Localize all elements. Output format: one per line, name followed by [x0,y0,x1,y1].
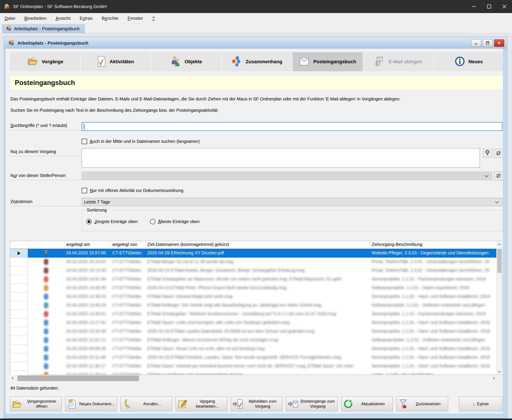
cell-dateinamen: 2025-04-24 ETMail Anette, Berger, Gesetz… [146,266,370,275]
menu-bearbeiten[interactable]: Bearbeiten [20,16,51,21]
cell-angelegt-von: CT-ETT\Stefan [111,301,146,310]
menu-datei[interactable]: Datei [0,16,20,21]
child-minimize-icon[interactable] [471,39,481,47]
child-maximize-icon[interactable] [483,39,493,47]
table-row[interactable]: 24.04.2025 13:17:41 CT-ETT\Stefan ETMail… [10,318,497,327]
radio-unselected-icon[interactable] [150,219,155,224]
row-selector-cell[interactable] [10,275,28,284]
vorgang-bearbeiten-button[interactable]: Vorgang bearbeiten... [176,397,227,411]
column-header-selector[interactable] [10,241,28,249]
tab-objekte[interactable]: Objekte [151,52,222,71]
folder-open-icon [10,400,24,408]
table-row-selected[interactable]: 29.04.2025 15:57:00 CT-ETT\Stefan 2025-0… [10,249,497,258]
table-row[interactable]: 24.04.2025 14:51:36 CT-ETT\Stefan ETMail… [10,275,497,284]
tab-posteingangsbuch[interactable]: Posteingangsbuch [292,52,363,71]
vorgang-lookup-button[interactable] [483,149,492,158]
menu-extras[interactable]: Extras [75,16,97,21]
menu-fenster[interactable]: Fenster [123,16,148,21]
row-type-icon [44,372,48,375]
horizontal-scroll-thumb[interactable] [17,375,139,381]
column-header-angelegt-am[interactable]: angelegt am [64,241,111,249]
column-header-beschreibung[interactable]: Zielvorgang-Beschreibung [370,241,497,249]
row-selector-cell[interactable] [10,258,28,266]
vertical-scrollbar[interactable] [496,241,502,375]
child-window-title: Arbeitsplatz - Posteingangsbuch [17,40,89,46]
scroll-left-icon[interactable] [10,375,16,382]
scroll-down-icon[interactable] [497,368,502,375]
row-selector-cell[interactable] [10,301,28,310]
tab-aktivitaeten[interactable]: Aktivitäten [81,52,151,71]
table-row[interactable]: 24.04.2025 14:36:24 CT-ETT\Stefan ETMail… [10,292,497,301]
row-selector-cell[interactable] [10,327,28,336]
vorgang-clear-button[interactable]: Ø [494,149,503,158]
document-tab-arbeitsplatz[interactable]: Arbeitsplatz - Posteingangsbuch [2,24,85,33]
tab-vorgaenge[interactable]: Vorgänge [10,52,81,71]
radio-selected-icon[interactable] [86,219,92,224]
horizontal-scrollbar[interactable] [10,375,497,382]
zeitrahmen-combobox[interactable]: Letzte 7 Tage [82,198,502,206]
posteingaenge-zum-vorgang-button[interactable]: Posteingänge zum Vorgang [286,397,338,411]
extras-button[interactable]: ↓ Extras [459,397,502,411]
button-label: Extras [475,402,489,406]
row-selector-cell[interactable] [10,292,28,301]
tab-neues[interactable]: Neues [434,52,503,71]
tab-zusammenhang[interactable]: Zusammenhang [222,52,292,71]
row-selector-cell[interactable] [10,345,28,353]
column-header-angelegt-von[interactable]: angelegt von [111,241,146,249]
neues-dokument-button[interactable]: Neues Dokument... [65,397,117,411]
checkbox-offene-aktivitaet[interactable] [82,188,87,193]
close-icon[interactable] [497,0,512,13]
child-close-icon[interactable] [494,39,504,47]
aktualisieren-button[interactable]: Aktualisieren [341,397,393,411]
row-icon-cell [28,258,64,266]
table-row[interactable]: 24.04.2025 09:59:35 CT-ETT\Stefan ETMail… [10,345,497,353]
aktivitaeten-zum-vorgang-button[interactable]: Aktivitäten zum Vorgang [231,397,282,411]
cell-angelegt-am: 24.04.2025 13:46:29 [64,301,111,310]
table-row[interactable]: 24.04.2025 13:20:01 CT-ETT\Stefan ETMail… [10,310,497,318]
row-selector-cell[interactable] [10,284,28,292]
table-row[interactable]: 24.04.2025 15:13:45 CT-ETT\Stefan 2025-0… [10,266,497,275]
radio-aelteste[interactable]: Älteste Einträge oben [150,219,200,224]
menu-hilfe[interactable]: ? [148,16,159,21]
menu-ansicht[interactable]: Ansicht [51,16,75,21]
row-selector-cell[interactable] [10,266,28,275]
scroll-right-icon[interactable] [490,375,497,382]
row-selector-cell[interactable] [10,318,28,327]
column-header-icon[interactable] [28,241,64,249]
column-header-dateinamen[interactable]: Ziel-Dateinamen (kommagetrennt) gekürzt [146,241,370,249]
text-caret [84,124,84,130]
anrufen-button[interactable]: Anrufen... [120,397,172,411]
table-row[interactable]: 23.04.2025 11:28:14 CT-ETT\Stefan ETMail… [10,371,497,375]
table-row[interactable]: 23.04.2025 22:11:48 CT-ETT\Stefan 2025-0… [10,353,497,362]
maximize-icon[interactable] [482,0,497,13]
child-window: Arbeitsplatz - Posteingangsbuch Vorgänge… [4,37,507,418]
table-row[interactable]: 24.04.2025 13:16:48 CT-ETT\Stefan 2025-0… [10,327,497,336]
table-row[interactable]: 24.04.2025 13:46:29 CT-ETT\Stefan ETMail… [10,301,497,310]
vertical-scroll-thumb[interactable] [497,249,502,273]
stelle-combobox[interactable] [82,172,492,180]
row-selector-cell[interactable] [10,249,28,258]
radio-juengste[interactable]: Jüngste Einträge oben [86,219,138,224]
zuruecksetzen-button[interactable]: Zurücksetzen [396,397,448,411]
table-row[interactable]: 24.04.2025 11:52:14 CT-ETT\Stefan ETMail… [10,336,497,345]
vorgang-filter-box[interactable] [82,148,480,167]
new-document-icon [65,399,79,409]
scroll-up-icon[interactable] [497,241,502,248]
stelle-clear-button[interactable]: Ø [494,171,503,180]
row-selector-cell[interactable] [10,336,28,345]
table-row[interactable]: 23.04.2025 11:36:17 CT-ETT\Stefan ETMail… [10,362,497,371]
row-selector-cell[interactable] [10,310,28,318]
cell-angelegt-am: 23.04.2025 22:11:48 [64,353,111,362]
row-selector-cell[interactable] [10,362,28,371]
child-titlebar[interactable]: Arbeitsplatz - Posteingangsbuch [4,38,507,49]
minimize-icon[interactable] [466,0,482,13]
menu-berichte[interactable]: Berichte [97,16,123,21]
checkbox-search-middle[interactable] [82,139,87,144]
row-selector-cell[interactable] [10,371,28,375]
search-input[interactable] [82,122,502,131]
row-icon-cell [28,292,64,301]
vorgangsordner-oeffnen-button[interactable]: Vorgangsordner öffnen [10,397,62,411]
table-row[interactable]: 24.04.2025 15:14:02 CT-ETT\Stefan ETMail… [10,258,497,266]
row-selector-cell[interactable] [10,353,28,362]
table-row[interactable]: 24.04.2025 14:48:35 CT-ETT\Stefan 2025-0… [10,284,497,292]
